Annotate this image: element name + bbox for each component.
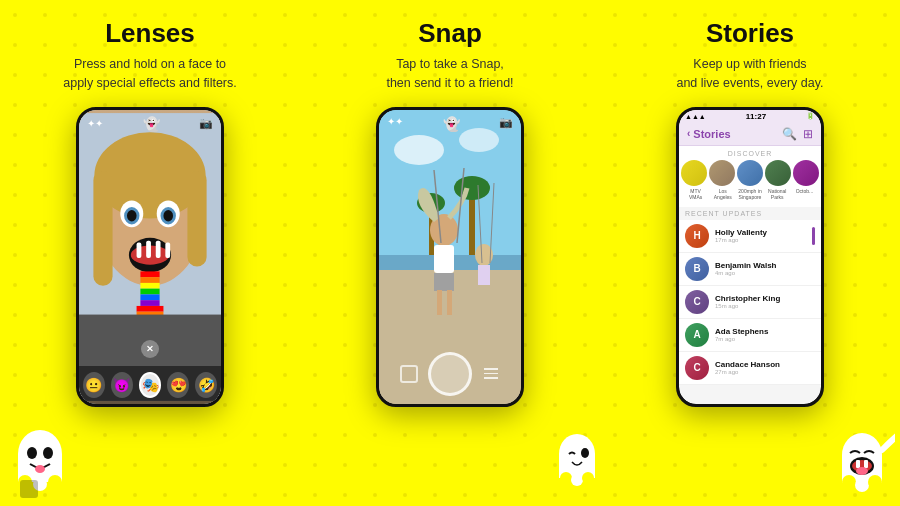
lens-selector[interactable]: 😐 😈 🎭 😍 🤣	[79, 366, 221, 404]
svg-point-69	[855, 478, 869, 492]
close-lens-button[interactable]: ✕	[141, 340, 159, 358]
snap-column: Snap Tap to take a Snap, then send it to…	[300, 0, 600, 506]
avatar-candace: C	[685, 356, 709, 380]
story-time-candace: 27m ago	[715, 369, 815, 375]
flash-icon: ✦✦	[87, 118, 103, 129]
lens-smiley[interactable]: 😐	[83, 372, 105, 398]
stories-label-text: Stories	[693, 128, 730, 140]
svg-point-75	[856, 467, 868, 475]
stories-desc: Keep up with friends and live events, ev…	[676, 55, 823, 93]
status-bar: ▲▲▲ 11:27 🔋	[679, 110, 821, 123]
story-item-candace[interactable]: C Candace Hanson 27m ago	[679, 352, 821, 385]
ghost-laugh-decoration	[830, 430, 895, 504]
svg-rect-6	[187, 170, 206, 266]
discover-tile-parks[interactable]	[765, 160, 791, 186]
story-name-candace: Candace Hanson	[715, 360, 815, 369]
stories-screen: ▲▲▲ 11:27 🔋 ‹ Stories 🔍 ⊞	[679, 110, 821, 404]
snap-desc: Tap to take a Snap, then send it to a fr…	[386, 55, 513, 93]
recent-updates-label: RECENT UPDATES	[679, 207, 821, 220]
svg-rect-18	[165, 242, 170, 257]
ghost-decoration-left	[5, 426, 75, 506]
hamburger-button[interactable]	[482, 365, 500, 383]
svg-rect-57	[478, 265, 490, 285]
menu-line	[484, 373, 498, 375]
switch-camera-icon: 📷	[199, 117, 213, 130]
discover-tile-oct[interactable]	[793, 160, 819, 186]
search-icon[interactable]: 🔍	[782, 127, 797, 141]
story-info-christopher: Christopher King 15m ago	[715, 294, 815, 309]
story-time-benjamin: 4m ago	[715, 270, 815, 276]
stories-column: Stories Keep up with friends and live ev…	[600, 0, 900, 506]
svg-rect-20	[140, 277, 159, 283]
lenses-desc: Press and hold on a face to apply specia…	[63, 55, 236, 93]
story-info-holly: Holly Vallenty 17m ago	[715, 228, 812, 243]
disc-label-1: Los Angeles	[710, 188, 735, 200]
svg-rect-23	[140, 294, 159, 300]
svg-point-65	[581, 448, 589, 458]
svg-rect-15	[137, 242, 142, 257]
svg-rect-21	[140, 282, 159, 288]
svg-rect-43	[469, 190, 475, 260]
gallery-button[interactable]	[400, 365, 418, 383]
story-time-holly: 17m ago	[715, 237, 812, 243]
story-item-ada[interactable]: A Ada Stephens 7m ago	[679, 319, 821, 352]
discover-section: DISCOVER MTV VMAs Los Angeles 200mph in …	[679, 146, 821, 207]
lenses-screen: ✦✦ 👻 📷 😐 😈 🎭 😍 🤣 ✕	[79, 110, 221, 404]
story-time-ada: 7m ago	[715, 336, 815, 342]
svg-rect-53	[447, 290, 452, 315]
avatar-christopher: C	[685, 290, 709, 314]
discover-tile-sg[interactable]	[737, 160, 763, 186]
lenses-column: Lenses Press and hold on a face to apply…	[0, 0, 300, 506]
discover-labels-row: MTV VMAs Los Angeles 200mph in Singapore…	[683, 188, 817, 200]
square-icon	[20, 480, 38, 498]
lens-laugh[interactable]: 🤣	[195, 372, 217, 398]
snap-phone: ✦✦ 👻 📷	[376, 107, 524, 407]
svg-rect-50	[434, 245, 454, 273]
add-story-icon[interactable]: ⊞	[803, 127, 813, 141]
discover-tile-mtv[interactable]	[681, 160, 707, 186]
stories-back-label[interactable]: ‹ Stories	[687, 128, 731, 140]
story-item-benjamin[interactable]: B Benjamin Walsh 4m ago	[679, 253, 821, 286]
svg-point-38	[43, 447, 53, 459]
story-time-christopher: 15m ago	[715, 303, 815, 309]
signal-icon: ▲▲▲	[685, 113, 706, 120]
snap-top-bar: ✦✦ 👻 📷	[379, 110, 521, 138]
stories-header: ‹ Stories 🔍 ⊞	[679, 123, 821, 146]
svg-rect-24	[140, 300, 159, 306]
discover-label: DISCOVER	[683, 150, 817, 157]
story-item-christopher[interactable]: C Christopher King 15m ago	[679, 286, 821, 319]
story-item-holly[interactable]: H Holly Vallenty 17m ago	[679, 220, 821, 253]
menu-lines	[484, 368, 498, 379]
stories-phone: ▲▲▲ 11:27 🔋 ‹ Stories 🔍 ⊞	[676, 107, 824, 407]
capture-button[interactable]	[428, 352, 472, 396]
svg-rect-73	[856, 460, 860, 468]
svg-point-70	[868, 475, 882, 489]
svg-rect-16	[146, 240, 151, 257]
lenses-title: Lenses	[105, 18, 195, 49]
snap-screen: ✦✦ 👻 📷	[379, 110, 521, 404]
svg-point-12	[163, 209, 173, 221]
lens-mask[interactable]: 🎭	[139, 372, 162, 398]
story-name-benjamin: Benjamin Walsh	[715, 261, 815, 270]
story-list: H Holly Vallenty 17m ago B Benjamin Wals…	[679, 220, 821, 385]
svg-point-63	[571, 474, 583, 486]
disc-label-0: MTV VMAs	[683, 188, 708, 200]
svg-rect-51	[434, 273, 454, 291]
svg-point-64	[582, 472, 594, 484]
ghost-wink-svg	[550, 432, 605, 492]
disc-label-3: National Parks	[765, 188, 790, 200]
discover-tile-la[interactable]	[709, 160, 735, 186]
svg-rect-25	[137, 305, 164, 311]
avatar-ada: A	[685, 323, 709, 347]
story-info-candace: Candace Hanson 27m ago	[715, 360, 815, 375]
lens-devil[interactable]: 😈	[111, 372, 133, 398]
svg-rect-5	[93, 170, 112, 285]
svg-point-11	[127, 209, 137, 221]
lenses-phone: ✦✦ 👻 📷 😐 😈 🎭 😍 🤣 ✕	[76, 107, 224, 407]
battery-icon: 🔋	[806, 112, 815, 120]
face-svg	[79, 110, 221, 404]
lens-hearts[interactable]: 😍	[167, 372, 189, 398]
snap-bottom-bar	[379, 344, 521, 404]
svg-point-62	[560, 472, 572, 484]
menu-line	[484, 368, 498, 370]
